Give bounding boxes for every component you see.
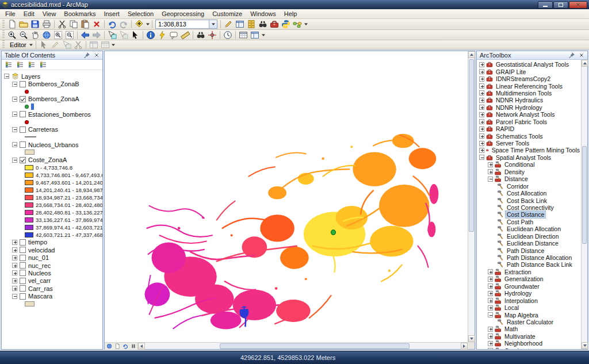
close-icon[interactable] [577, 52, 586, 59]
tool-item[interactable]: Euclidean Allocation [477, 225, 581, 232]
pin-icon[interactable] [568, 52, 576, 59]
expander-icon[interactable] [479, 127, 484, 132]
legend-class-item[interactable]: 23,668,734.01 - 28,402,480.8 [2, 201, 102, 209]
print-button[interactable] [41, 20, 52, 29]
layout-view-button[interactable] [113, 343, 121, 349]
catalog-window-button[interactable] [246, 20, 257, 29]
go-forward-extent-button[interactable] [91, 30, 102, 40]
edit-tool-button[interactable] [38, 40, 49, 49]
expander-icon[interactable] [12, 142, 17, 147]
expander-icon[interactable] [12, 240, 17, 245]
toolset-item[interactable]: Extraction [477, 269, 581, 275]
expander-icon[interactable] [479, 148, 484, 153]
expander-icon[interactable] [12, 97, 17, 102]
layer-item-nuc-rec[interactable]: nuc_rec [2, 262, 102, 269]
tool-item[interactable]: Path Distance Back Link [477, 261, 581, 268]
expander-icon[interactable] [12, 127, 17, 132]
expander-icon[interactable] [12, 255, 17, 260]
pause-drawing-button[interactable] [129, 343, 137, 349]
select-features-button[interactable] [106, 30, 118, 40]
fixed-zoom-out-button[interactable] [64, 30, 75, 40]
map-scale-value[interactable]: 1:308,813 [156, 21, 209, 28]
visibility-checkbox[interactable] [20, 293, 26, 300]
tool-item[interactable]: Path Distance Allocation [477, 254, 581, 261]
legend-class-item[interactable]: 28,402,480.81 - 33,136,227.6 [2, 209, 102, 216]
toolbar-grip[interactable] [2, 30, 5, 39]
expander-icon[interactable] [488, 162, 493, 167]
search-window-button[interactable] [257, 20, 269, 29]
toolbox-item[interactable]: Multidimension Tools [477, 90, 581, 97]
legend-class-item[interactable]: 0 - 4,733,746.8 [2, 164, 102, 171]
legend-item[interactable] [2, 148, 102, 156]
expander-icon[interactable] [479, 112, 484, 117]
layer-item-bomberos-zonab[interactable]: Bomberos_ZonaB [2, 80, 102, 87]
toolset-item[interactable]: Groundwater [477, 283, 581, 290]
arctoolbox-scrollbar[interactable] [581, 60, 587, 349]
visibility-checkbox[interactable] [20, 81, 26, 87]
layer-item-carr-ras[interactable]: Carr_ras [2, 285, 102, 292]
zoom-out-button[interactable] [18, 30, 29, 40]
html-popup-button[interactable] [168, 30, 179, 40]
polygon-symbol[interactable] [25, 301, 35, 306]
expander-icon[interactable] [12, 286, 17, 291]
full-extent-button[interactable] [41, 30, 52, 40]
close-icon[interactable] [93, 52, 101, 59]
close-button[interactable] [569, 1, 587, 9]
expander-icon[interactable] [479, 90, 484, 95]
legend-class-item[interactable]: 42,603,721.21 - 47,337,468 [2, 231, 102, 239]
expander-icon[interactable] [479, 83, 484, 89]
undo-button[interactable] [106, 20, 118, 29]
expander-icon[interactable] [488, 291, 493, 296]
point-symbol-red[interactable] [25, 120, 29, 124]
toolset-item[interactable]: Neighborhood [477, 340, 581, 347]
expander-icon[interactable] [479, 62, 484, 67]
go-to-xy-button[interactable] [206, 30, 218, 40]
menu-view[interactable]: View [39, 10, 60, 18]
list-by-source-button[interactable] [15, 60, 25, 70]
expander-icon[interactable] [4, 74, 9, 79]
horizontal-scroll-track[interactable] [145, 343, 461, 350]
tool-item[interactable]: Euclidean Direction [477, 233, 581, 240]
legend-item[interactable] [2, 118, 102, 126]
legend-class-item[interactable]: 14,201,240.41 - 18,934,987.2 [2, 186, 102, 194]
redo-button[interactable] [118, 20, 129, 29]
list-by-visibility-button[interactable] [26, 60, 37, 70]
measure-button[interactable] [179, 30, 191, 40]
expander-icon[interactable] [479, 141, 484, 146]
hyperlink-button[interactable] [156, 30, 168, 40]
expander-icon[interactable] [488, 305, 493, 311]
time-slider-button[interactable] [222, 30, 234, 40]
class-swatch[interactable] [25, 187, 33, 193]
toolset-item-distance[interactable]: Distance [477, 175, 581, 182]
line-symbol[interactable] [25, 136, 36, 137]
menu-help[interactable]: Help [280, 10, 301, 18]
layer-item-nucleos-urbanos[interactable]: Nucleos_Urbanos [2, 141, 102, 148]
table-of-contents-button[interactable] [234, 20, 246, 29]
map-vertical-scrollbar[interactable] [468, 51, 475, 342]
scroll-up-button[interactable] [468, 51, 475, 58]
menu-file[interactable]: File [1, 10, 20, 18]
split-tool-button[interactable] [72, 40, 84, 49]
add-data-dropdown-icon[interactable] [145, 20, 150, 29]
toolbox-item-spatial-analyst[interactable]: Spatial Analyst Tools [477, 154, 581, 161]
arctoolbox-window-button[interactable] [269, 20, 280, 29]
layer-item-bomberos-zonaa[interactable]: Bomberos_ZonaA [2, 95, 102, 103]
toolbox-item[interactable]: Server Tools [477, 140, 581, 147]
class-swatch[interactable] [25, 195, 33, 200]
attribute-table-button[interactable] [238, 30, 249, 40]
toolset-item[interactable]: Interpolation [477, 297, 581, 304]
layer-item-mascara[interactable]: Mascara [2, 292, 102, 300]
class-swatch[interactable] [25, 225, 33, 230]
copy-button[interactable] [68, 20, 79, 29]
map-horizontal-scrollbar[interactable] [105, 342, 468, 349]
expander-icon[interactable] [488, 334, 493, 339]
expander-icon[interactable] [12, 158, 17, 163]
expander-icon[interactable] [12, 278, 17, 283]
paste-button[interactable] [79, 20, 91, 29]
layer-item-nucleos[interactable]: Nucleos [2, 269, 102, 277]
toolbox-item[interactable]: Network Analyst Tools [477, 111, 581, 118]
save-button[interactable] [29, 20, 41, 29]
toolbar-options-dropdown-icon[interactable] [261, 30, 266, 40]
class-swatch[interactable] [25, 165, 33, 170]
menu-edit[interactable]: Edit [20, 10, 39, 18]
